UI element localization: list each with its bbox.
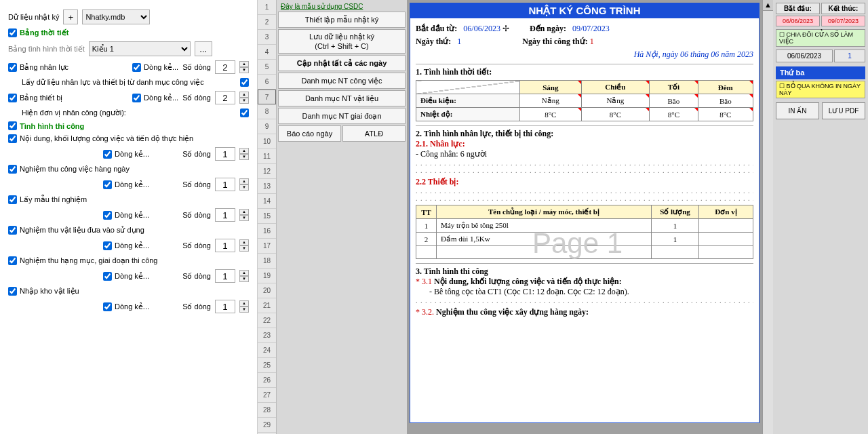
save-button[interactable]: Lưu dữ liệu nhật ký (Ctrl + Shift + C) (278, 29, 406, 54)
cursor-icon: ✢ (502, 24, 509, 33)
row-number[interactable]: 13 (258, 179, 276, 194)
spinner-icon[interactable]: ▲▼ (239, 92, 249, 104)
row-number[interactable]: 16 (258, 224, 276, 239)
day-report-button[interactable]: Báo cáo ngày (278, 125, 341, 142)
spinner-icon[interactable]: ▲▼ (239, 209, 249, 221)
db-select[interactable]: Nhatky.mdb (82, 9, 150, 24)
stage-rows-input[interactable] (215, 269, 235, 283)
cb-content-lines[interactable] (103, 150, 112, 159)
warehouse-rows-input[interactable] (215, 300, 235, 313)
cb-stage-lines[interactable] (103, 272, 112, 281)
cb-equip[interactable] (8, 94, 17, 102)
selected-day-num[interactable]: 1 (834, 50, 865, 62)
material-rows-input[interactable] (215, 239, 235, 252)
row-number[interactable]: 18 (258, 254, 276, 269)
update-all-button[interactable]: Cập nhật tất cả các ngày (278, 55, 406, 71)
start-date: 06/06/2023 (463, 24, 500, 33)
cb-content[interactable] (8, 134, 17, 143)
equip-rows-input[interactable] (215, 91, 235, 104)
csdc-link[interactable]: Đây là mẫu sử dụng CSDC (278, 1, 406, 12)
doc-title: NHẬT KÝ CÔNG TRÌNH (410, 3, 759, 18)
cb-weather[interactable] (8, 28, 17, 37)
sample-rows-input[interactable] (215, 208, 235, 222)
weather-table: SángChiềuTốiĐêm Điều kiện:NắngNắngBãoBão… (416, 80, 753, 121)
weather-more-button[interactable]: ... (195, 41, 212, 56)
cb-equip-lines[interactable] (132, 94, 141, 102)
row-number[interactable]: 24 (258, 343, 276, 358)
cb-personnel[interactable] (8, 63, 17, 72)
cb-sample-lines[interactable] (103, 211, 112, 220)
right-panel: Bắt đầu: Kết thúc: 06/06/2023 09/07/2023… (773, 0, 868, 434)
save-pdf-button[interactable]: LƯU PDF (822, 102, 865, 119)
row-number[interactable]: 25 (258, 358, 276, 373)
nt-work-button[interactable]: Danh mục NT công việc (278, 73, 406, 89)
row-number[interactable]: 3 (258, 30, 276, 45)
spinner-icon[interactable]: ▲▼ (239, 300, 249, 313)
cb-material[interactable] (8, 226, 17, 235)
row-number[interactable]: 2 (258, 15, 276, 30)
cb-daily-lines[interactable] (103, 180, 112, 189)
row-number[interactable]: 26 (258, 373, 276, 388)
weekday-label: Thứ ba (776, 66, 865, 79)
selected-date[interactable]: 06/06/2023 (776, 50, 833, 62)
row-number[interactable]: 12 (258, 164, 276, 179)
row-number[interactable]: 1 (258, 0, 276, 15)
table-row: 2Đầm dùi 1,5Kw1 (416, 233, 753, 246)
row-number[interactable]: 21 (258, 298, 276, 313)
cb-personnel-lines[interactable] (132, 63, 141, 72)
skip-print-check[interactable]: ☐ BỎ QUA KHÔNG IN NGÀY NÀY (776, 81, 865, 98)
scrollbar[interactable]: ▲ (762, 0, 773, 434)
row-number[interactable]: 19 (258, 269, 276, 283)
row-number[interactable]: 20 (258, 283, 276, 298)
nt-stage-button[interactable]: Danh mục NT giai đoạn (278, 108, 406, 124)
row-number[interactable]: 4 (258, 45, 276, 60)
cb-warehouse-lines[interactable] (103, 302, 112, 311)
row-number[interactable]: 14 (258, 194, 276, 209)
row-number[interactable]: 7 (258, 90, 276, 104)
cb-showunit[interactable] (240, 108, 249, 117)
spinner-icon[interactable]: ▲▼ (239, 270, 249, 282)
row-number[interactable]: 9 (258, 119, 276, 134)
cb-stage[interactable] (8, 256, 17, 265)
add-button[interactable]: + (63, 9, 78, 24)
split-window-check[interactable]: ☐ CHIA ĐÔI CỬA SỐ LÀM VIỆC (776, 29, 865, 47)
section-construction: 3. Tình hình thi công (416, 263, 753, 277)
row-number[interactable]: 10 (258, 134, 276, 149)
row-number[interactable]: 29 (258, 418, 276, 433)
template-button[interactable]: Thiết lập mẫu nhật ký (278, 12, 406, 28)
row-number[interactable]: 15 (258, 209, 276, 224)
nt-material-button[interactable]: Danh mục NT vật liệu (278, 90, 406, 106)
atld-button[interactable]: ATLĐ (342, 125, 406, 142)
spinner-icon[interactable]: ▲▼ (239, 239, 249, 252)
print-button[interactable]: IN ẤN (776, 102, 819, 119)
row-number[interactable]: 27 (258, 388, 276, 403)
cb-material-lines[interactable] (103, 241, 112, 250)
spinner-icon[interactable]: ▲▼ (239, 178, 249, 191)
cb-warehouse[interactable] (8, 287, 17, 296)
row-number[interactable]: 22 (258, 313, 276, 328)
end-date-badge[interactable]: 09/07/2023 (821, 16, 865, 26)
row-number[interactable]: 8 (258, 104, 276, 119)
personnel-rows-input[interactable] (215, 60, 235, 74)
cb-getdata[interactable] (240, 78, 249, 87)
row-number[interactable]: 5 (258, 60, 276, 75)
daily-rows-input[interactable] (215, 178, 235, 191)
section-weather: 1. Tình hình thời tiết: (416, 64, 753, 77)
weather-style-select[interactable]: Kiểu 1 (89, 41, 191, 56)
row-number[interactable]: 6 (258, 75, 276, 90)
cb-sample[interactable] (8, 195, 17, 204)
content-rows-input[interactable] (215, 147, 235, 161)
weather-style-label: Bảng tình hình thời tiết (8, 45, 85, 54)
row-number[interactable]: 28 (258, 403, 276, 418)
start-date-badge[interactable]: 06/06/2023 (776, 16, 820, 26)
spinner-icon[interactable]: ▲▼ (239, 61, 249, 73)
row-number[interactable]: 23 (258, 328, 276, 343)
row-number[interactable]: 11 (258, 149, 276, 164)
document-area: NHẬT KÝ CÔNG TRÌNH Bắt đầu từ: 06/06/202… (407, 0, 762, 434)
cb-daily[interactable] (8, 165, 17, 174)
equipment-table: TTTên chủng loại / máy móc, thiết bịSố l… (416, 205, 753, 259)
row-number[interactable]: 17 (258, 239, 276, 254)
cb-construction[interactable] (8, 121, 17, 130)
spinner-icon[interactable]: ▲▼ (239, 148, 249, 160)
scroll-up-icon[interactable]: ▲ (763, 0, 773, 11)
